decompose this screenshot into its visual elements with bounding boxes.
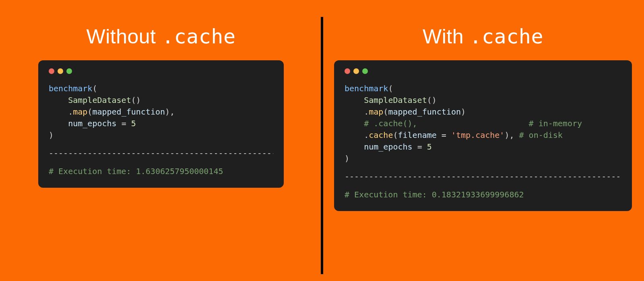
- code-line: num_epochs = 5: [345, 141, 621, 153]
- code-line: .map(mapped_function),: [49, 106, 273, 118]
- code-line: .cache(filename = 'tmp.cache'), # on-dis…: [345, 129, 621, 141]
- title-text: With: [423, 25, 469, 48]
- title-text: Without: [86, 25, 161, 48]
- code-line: benchmark(: [49, 83, 273, 94]
- panel-without-cache: Without .cache benchmark( SampleDataset(…: [0, 0, 322, 281]
- code-line: SampleDataset(): [345, 94, 621, 106]
- minimize-icon[interactable]: [353, 68, 359, 74]
- panel-with-cache: With .cache benchmark( SampleDataset() .…: [322, 0, 644, 281]
- maximize-icon[interactable]: [362, 68, 368, 74]
- code-window-with: benchmark( SampleDataset() .map(mapped_f…: [334, 60, 632, 211]
- title-mono: .cache: [162, 25, 236, 48]
- minimize-icon[interactable]: [58, 68, 63, 74]
- code-line: ): [345, 153, 621, 164]
- title-with: With .cache: [423, 25, 543, 48]
- code-line: ): [49, 129, 273, 141]
- code-line: # .cache(), # in-memory: [345, 118, 621, 129]
- code-line: benchmark(: [345, 83, 621, 94]
- window-controls: [345, 68, 621, 74]
- code-window-without: benchmark( SampleDataset() .map(mapped_f…: [38, 60, 284, 188]
- window-controls: [49, 68, 273, 74]
- close-icon[interactable]: [49, 68, 54, 74]
- output-divider: ----------------------------------------…: [345, 171, 621, 183]
- execution-time: # Execution time: 1.6306257950000145: [49, 166, 273, 177]
- output-divider: ----------------------------------------…: [49, 148, 273, 159]
- title-mono: .cache: [469, 25, 543, 48]
- maximize-icon[interactable]: [66, 68, 72, 74]
- code-line: .map(mapped_function): [345, 106, 621, 118]
- code-line: num_epochs = 5: [49, 118, 273, 129]
- execution-time: # Execution time: 0.18321933699996862: [345, 189, 621, 201]
- code-line: SampleDataset(): [49, 94, 273, 106]
- close-icon[interactable]: [345, 68, 350, 74]
- title-without: Without .cache: [86, 25, 235, 48]
